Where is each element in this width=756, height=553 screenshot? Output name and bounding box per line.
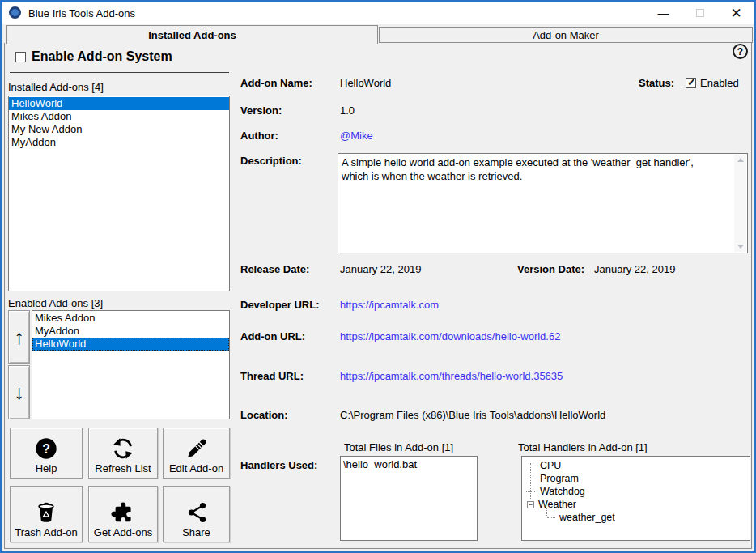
tree-item-label: CPU [540,460,561,471]
list-item[interactable]: MyAddon [32,325,229,338]
list-item[interactable]: My New Addon [9,123,229,136]
maximize-button[interactable] [682,2,718,24]
list-item[interactable]: HelloWorld [9,97,229,110]
list-item[interactable]: MyAddon [9,136,229,149]
release-date-value: January 22, 2019 [340,263,421,275]
enabled-list-label: Enabled Add-ons [3] [8,297,103,309]
status-enabled-checkbox[interactable] [686,78,696,88]
files-list[interactable]: \hello_world.bat [340,456,478,541]
enable-addon-system-label: Enable Add-on System [32,49,172,64]
move-down-button[interactable]: ↓ [8,365,30,419]
enable-addon-system-checkbox[interactable] [15,52,26,62]
description-textarea[interactable]: A simple hello world add-on example exec… [338,153,748,253]
addon-name-label: Add-on Name: [240,77,312,89]
handlers-used-label: Handlers Used: [240,459,317,471]
installed-list-label: Installed Add-ons [4] [8,81,104,93]
get-add-ons-button[interactable]: Get Add-ons [88,486,158,542]
action-button-label: Help [36,462,57,474]
app-window: Blue Iris Tools Add-ons — ✕ Installed Ad… [0,0,756,553]
version-date-value: January 22, 2019 [594,263,675,275]
down-arrow-icon: ↓ [14,381,24,404]
tree-item[interactable]: −Weather [522,498,750,511]
tab-installed-add-ons[interactable]: Installed Add-ons [6,25,378,44]
edit-add-on-button[interactable]: Edit Add-on [163,428,230,479]
list-item[interactable]: Mikes Addon [32,312,229,325]
window-title: Blue Iris Tools Add-ons [28,7,135,19]
tree-item[interactable]: CPU [522,459,750,472]
addon-name-value: HelloWorld [340,77,391,89]
action-button-label: Trash Add-on [15,526,78,538]
tree-item-label: weather_get [559,512,615,523]
description-text: A simple hello world add-on example exec… [342,155,720,183]
puzzle-icon [111,500,135,525]
tree-item[interactable]: weather_get [522,511,750,524]
handlers-tree[interactable]: CPUProgramWatchdog−Weatherweather_get [521,456,750,541]
share-button[interactable]: Share [163,486,230,542]
addon-url-link[interactable]: https://ipcamtalk.com/downloads/hello-wo… [340,330,560,342]
action-button-label: Get Add-ons [94,526,152,538]
trash-add-on-button[interactable]: Trash Add-on [10,486,83,542]
thread-url-label: Thread URL: [240,370,304,382]
version-value: 1.0 [340,104,355,117]
enabled-add-ons-list[interactable]: Mikes AddonMyAddonHelloWorld [32,310,230,419]
action-button-label: Edit Add-on [169,462,223,474]
tree-connector [526,491,535,492]
window-controls: — ✕ [645,2,754,24]
list-item[interactable]: Mikes Addon [9,110,229,123]
help-icon: ? [34,436,58,461]
tree-item[interactable]: Watchdog [522,485,750,498]
total-handlers-label: Total Handlers in Add-on [1] [518,441,648,453]
app-icon [9,6,21,19]
maximize-icon [696,9,704,17]
tree-item-label: Weather [538,499,576,510]
release-date-label: Release Date: [240,263,309,275]
list-item[interactable]: \hello_world.bat [341,457,477,470]
edit-pencil-icon [185,436,209,461]
description-scrollbar[interactable] [734,155,746,252]
tab-add-on-maker[interactable]: Add-on Maker [379,27,753,43]
addon-url-label: Add-on URL: [240,330,305,342]
up-arrow-icon: ↑ [14,325,24,349]
scroll-up-icon[interactable] [737,158,744,162]
minimize-icon: — [658,6,669,19]
scroll-down-icon[interactable] [737,245,744,249]
tree-connector [547,517,555,518]
action-button-label: Refresh List [95,462,151,474]
tree-item[interactable]: Program [522,472,750,485]
refresh-list-button[interactable]: Refresh List [88,428,158,479]
version-date-label: Version Date: [517,263,584,275]
location-value: C:\Program Files (x86)\Blue Iris Tools\a… [340,409,605,421]
trash-icon [34,500,58,525]
author-label: Author: [240,130,278,142]
location-label: Location: [240,409,288,421]
tree-item-label: Watchdog [540,486,585,497]
action-button-label: Share [182,526,210,538]
description-label: Description: [240,155,302,167]
developer-url-label: Developer URL: [240,299,320,311]
share-icon [185,500,209,525]
move-up-button[interactable]: ↑ [8,310,30,364]
list-item[interactable]: HelloWorld [32,338,229,351]
total-files-label: Total Files in Add-on [1] [344,441,453,453]
svg-text:?: ? [42,442,50,456]
developer-url-link[interactable]: https://ipcamtalk.com [340,299,439,311]
close-icon: ✕ [730,5,741,22]
author-link[interactable]: @Mike [340,130,373,142]
help-circle-button[interactable]: ? [733,44,748,59]
tree-collapse-icon[interactable]: − [527,501,534,508]
close-button[interactable]: ✕ [718,2,754,24]
thread-url-link[interactable]: https://ipcamtalk.com/threads/hello-worl… [340,370,563,382]
tree-item-label: Program [540,473,579,484]
version-label: Version: [240,104,282,117]
status-value: Enabled [700,77,739,89]
installed-add-ons-list[interactable]: HelloWorldMikes AddonMy New AddonMyAddon [8,96,230,291]
divider [10,72,229,73]
titlebar: Blue Iris Tools Add-ons — ✕ [2,2,754,24]
tree-connector [526,466,535,466]
minimize-button[interactable]: — [645,2,682,24]
tree-connector [526,479,535,479]
status-label: Status: [639,77,674,89]
help-button[interactable]: ?Help [10,428,83,479]
refresh-icon [111,436,135,461]
